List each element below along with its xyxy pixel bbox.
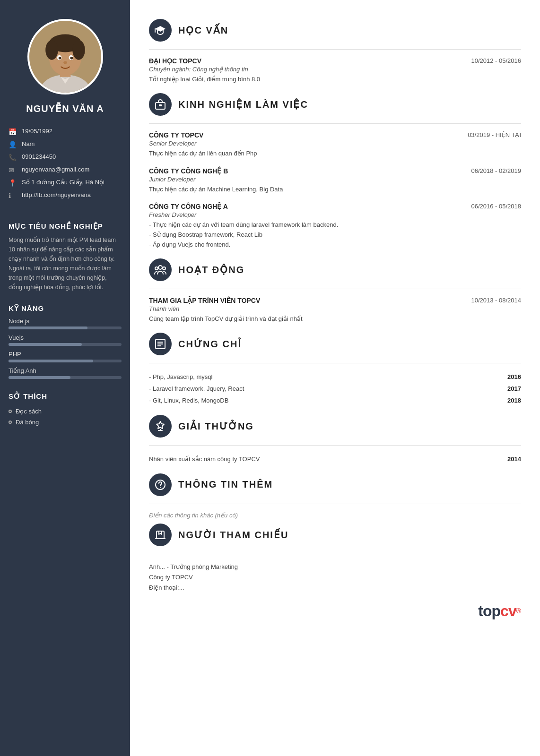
svg-point-25 [160,487,161,488]
exp-company-2: CÔNG TY CÔNG NGHỆ A [149,203,228,210]
activity-role-0: Thành viên [149,305,521,312]
avatar [27,19,103,94]
activity-header-0: THAM GIA LẬP TRÌNH VIÊN TOPCV 10/2013 - … [149,297,521,304]
gender-text: Nam [22,140,35,147]
exp-role-1: Junior Developer [149,176,521,183]
skill-bar-fill-nodejs [9,326,87,329]
skill-name-english: Tiếng Anh [9,367,122,374]
additional-icon [149,473,172,496]
hobby-football: Đá bóng [9,419,122,426]
svg-point-10 [70,57,73,60]
experience-entry-2: CÔNG TY CÔNG NGHỆ A 06/2016 - 05/2018 Fr… [149,203,521,249]
contact-info: 📅 19/05/1992 👤 Nam 📞 0901234450 ✉ nguyen… [0,128,130,204]
exp-date-2: 06/2016 - 05/2018 [471,203,521,210]
exp-desc-0: Thực hiện các dự án liên quan đến Php [149,149,521,159]
reference-title: NGƯỜI THAM CHIẾU [178,529,288,541]
email-icon: ✉ [9,166,17,174]
award-text-0: Nhân viên xuất sắc năm công ty TOPCV [149,455,260,463]
additional-section-header: THÔNG TIN THÊM [149,473,521,496]
skill-bar-fill-php [9,360,93,362]
cert-text-2: - Git, Linux, Redis, MongoDB [149,397,228,404]
svg-point-9 [58,57,61,60]
exp-date-0: 03/2019 - HIỆN TẠI [468,131,521,138]
skill-bar-bg-vuejs [9,343,122,346]
award-title: GIẢI THƯỞNG [178,421,254,432]
hobbies-list: Đọc sách Đá bóng [0,408,130,430]
exp-role-2: Fresher Dveloper [149,211,521,218]
exp-role-0: Senior Developer [149,140,521,147]
skills-title: KỸ NĂNG [0,304,130,313]
exp-desc-1: Thực hiện các dự án Machine Learning, Bi… [149,185,521,195]
address-item: 📍 Số 1 đường Cầu Giấy, Hà Nội [9,179,122,187]
cert-year-2: 2018 [507,397,521,404]
experience-entry-1: CÔNG TY CÔNG NGHỆ B 06/2018 - 02/2019 Ju… [149,167,521,195]
skill-nodejs: Node js [0,318,130,329]
hobby-bullet [9,410,12,413]
exp-header-0: CÔNG TY TOPCV 03/2019 - HIỆN TẠI [149,131,521,139]
phone-icon: 📞 [9,154,17,161]
cert-divider [149,363,521,363]
exp-company-0: CÔNG TY TOPCV [149,131,203,139]
svg-point-15 [158,266,162,269]
objective-title: MỤC TIÊU NGHỀ NGHIỆP [0,222,130,231]
address-text: Số 1 đường Cầu Giấy, Hà Nội [22,179,105,186]
phone-item: 📞 0901234450 [9,153,122,161]
reference-section-header: NGƯỜI THAM CHIẾU [149,524,521,546]
experience-section-header: KINH NGHIỆM LÀM VIỆC [149,93,521,116]
sidebar: NGUYỄN VĂN A 📅 19/05/1992 👤 Nam 📞 090123… [0,0,130,756]
skill-bar-bg-nodejs [9,326,122,329]
email-text: nguyenvana@gmail.com [22,166,89,173]
registered-icon: ® [516,607,521,615]
hobby-reading: Đọc sách [9,408,122,415]
svg-rect-14 [159,104,162,106]
location-icon: 📍 [9,179,17,187]
activities-title: HOẠT ĐỘNG [178,264,244,275]
skill-name-nodejs: Node js [9,318,122,325]
education-section-header: HỌC VẤN [149,19,521,42]
cert-section-header: CHỨNG CHỈ [149,333,521,355]
cert-icon [149,333,172,355]
cert-year-1: 2017 [507,385,521,392]
cert-item-0: - Php, Javascrip, mysql 2016 [149,371,521,383]
main-content: HỌC VẤN ĐẠI HỌC TOPCV 10/2012 - 05/2016 … [130,0,540,756]
topcv-logo: topcv® [149,602,521,620]
skill-english: Tiếng Anh [0,367,130,379]
cert-text-1: - Laravel framework, Jquery, React [149,385,244,392]
email-item: ✉ nguyenvana@gmail.com [9,166,122,174]
additional-text: Điền các thông tin khác (nếu có) [149,512,521,519]
hobby-reading-text: Đọc sách [16,408,42,415]
skill-bar-bg-english [9,376,122,379]
hobby-football-text: Đá bóng [16,419,39,426]
svg-point-17 [163,267,165,270]
hobbies-title: SỞ THÍCH [0,392,130,401]
skill-bar-fill-vuejs [9,343,82,346]
education-entry-0: ĐẠI HỌC TOPCV 10/2012 - 05/2016 Chuyên n… [149,57,521,85]
skill-bar-bg-php [9,360,122,362]
cert-item-2: - Git, Linux, Redis, MongoDB 2018 [149,395,521,406]
candidate-name: NGUYỄN VĂN A [19,103,111,114]
reference-text: Anh... - Trưởng phòng Marketing Công ty … [149,562,521,593]
exp-date-1: 06/2018 - 02/2019 [471,167,521,174]
experience-title: KINH NGHIỆM LÀM VIỆC [178,99,308,110]
award-section-header: GIẢI THƯỞNG [149,415,521,438]
skill-php: PHP [0,351,130,362]
award-icon [149,415,172,438]
activities-icon [149,258,172,281]
skill-name-php: PHP [9,351,122,358]
svg-point-6 [72,40,85,60]
skill-bar-fill-english [9,376,70,379]
dob-text: 19/05/1992 [22,128,52,135]
education-note: Tốt nghiệp loại Giỏi, điểm trung bình 8.… [149,75,521,85]
education-entry-header-0: ĐẠI HỌC TOPCV 10/2012 - 05/2016 [149,57,521,65]
education-divider [149,49,521,50]
cert-item-1: - Laravel framework, Jquery, React 2017 [149,383,521,395]
gender-item: 👤 Nam [9,140,122,148]
cert-title: CHỨNG CHỈ [178,338,242,350]
education-title: HỌC VẤN [178,25,228,36]
website-text: http://fb.com/nguyenvana [22,191,91,198]
reference-icon [149,524,172,546]
additional-title: THÔNG TIN THÊM [178,479,273,490]
cv-text: cv [500,602,516,620]
education-major: Chuyên ngành: Công nghệ thông tin [149,66,521,73]
award-divider [149,445,521,446]
